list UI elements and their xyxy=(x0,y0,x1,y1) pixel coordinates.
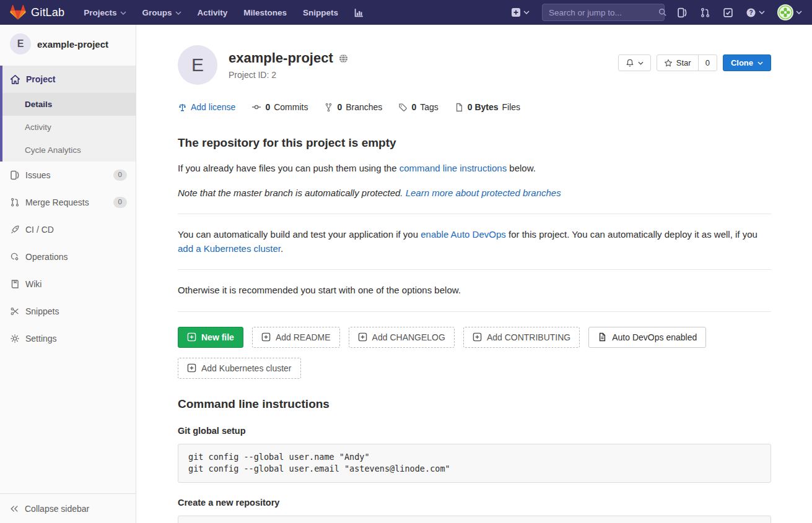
top-navbar: GitLab Projects Groups Activity Mileston… xyxy=(0,0,812,25)
gear-icon xyxy=(10,334,20,344)
sidebar-item-operations[interactable]: Operations xyxy=(0,243,136,270)
search-input[interactable] xyxy=(549,8,658,17)
sidebar-item-wiki[interactable]: Wiki xyxy=(0,270,136,298)
new-repo-code: git clone https://gitlab.docteamdemosite… xyxy=(178,516,771,523)
add-contributing-button[interactable]: Add CONTRIBUTING xyxy=(463,327,580,348)
sidebar-subitem-details[interactable]: Details xyxy=(2,93,136,116)
help-menu-button[interactable]: ? xyxy=(740,0,771,25)
plus-square-icon xyxy=(261,332,271,342)
nav-groups[interactable]: Groups xyxy=(136,0,188,25)
book-icon xyxy=(10,279,20,289)
plus-square-icon xyxy=(358,332,367,342)
protected-branch-note: Note that the master branch is automatic… xyxy=(178,186,771,201)
divider xyxy=(178,311,771,312)
brand-text: GitLab xyxy=(31,6,64,19)
scale-icon xyxy=(178,103,187,112)
user-avatar xyxy=(777,4,793,20)
quick-options-row: New file Add README Add CHANGELOG Add CO… xyxy=(178,327,771,379)
push-instructions-text: If you already have files you can push t… xyxy=(178,162,771,176)
auto-devops-enabled-button[interactable]: Auto DevOps enabled xyxy=(588,327,706,348)
nav-snippets[interactable]: Snippets xyxy=(296,0,345,25)
sidebar-item-issues[interactable]: Issues 0 xyxy=(0,162,136,189)
project-avatar-small: E xyxy=(10,33,31,54)
branches-stat[interactable]: 0Branches xyxy=(324,102,382,112)
git-setup-code: git config --global user.name "Andy" git… xyxy=(178,444,771,483)
divider xyxy=(178,214,771,214)
project-stats-row: Add license 0Commits 0Branches 0Tags xyxy=(178,102,771,112)
search-icon xyxy=(658,8,667,17)
bell-icon xyxy=(626,59,634,67)
scissors-icon xyxy=(10,306,20,316)
nav-milestones[interactable]: Milestones xyxy=(237,0,294,25)
git-setup-heading: Git global setup xyxy=(178,426,771,436)
issues-icon xyxy=(10,170,20,180)
project-title: example-project xyxy=(229,50,333,66)
nav-activity[interactable]: Activity xyxy=(191,0,235,25)
files-stat[interactable]: 0 BytesFiles xyxy=(455,102,520,112)
sidebar-item-project[interactable]: Project xyxy=(2,66,136,93)
sidebar-item-settings[interactable]: Settings xyxy=(0,325,136,352)
star-icon xyxy=(664,59,673,67)
star-button[interactable]: Star xyxy=(657,55,698,71)
sidebar-project-context[interactable]: E example-project xyxy=(0,25,136,66)
star-button-group: Star 0 xyxy=(657,54,717,71)
enable-auto-devops-link[interactable]: enable Auto DevOps xyxy=(421,229,506,240)
sidebar-item-snippets[interactable]: Snippets xyxy=(0,298,136,325)
auto-devops-text: You can automatically build and test you… xyxy=(178,228,771,256)
new-file-button[interactable]: New file xyxy=(178,327,243,348)
clone-button[interactable]: Clone xyxy=(723,54,771,71)
sidebar-project-name: example-project xyxy=(37,39,108,50)
issues-dashboard-icon[interactable] xyxy=(671,0,694,25)
sidebar-subitem-cycle-analytics[interactable]: Cycle Analytics xyxy=(2,139,136,162)
chevron-down-icon xyxy=(638,61,644,65)
plus-square-icon xyxy=(511,7,521,17)
plus-square-icon xyxy=(473,332,482,342)
chevron-down-icon xyxy=(175,11,181,15)
project-avatar-large: E xyxy=(178,45,217,85)
chevron-down-icon xyxy=(757,61,763,65)
add-kubernetes-cluster-link[interactable]: add a Kubernetes cluster xyxy=(178,243,281,254)
tags-stat[interactable]: 0Tags xyxy=(398,102,438,112)
sidebar-item-merge-requests[interactable]: Merge Requests 0 xyxy=(0,189,136,216)
divider xyxy=(178,269,771,270)
command-line-instructions-link[interactable]: command line instructions xyxy=(399,163,507,173)
add-readme-button[interactable]: Add README xyxy=(252,327,340,348)
operations-icon xyxy=(10,252,20,262)
add-changelog-button[interactable]: Add CHANGELOG xyxy=(349,327,455,348)
collapse-sidebar-button[interactable]: Collapse sidebar xyxy=(0,493,136,523)
protected-branches-link[interactable]: Learn more about protected branches xyxy=(406,188,561,198)
issues-count-badge: 0 xyxy=(113,170,127,181)
plus-square-icon xyxy=(187,363,196,373)
commit-icon xyxy=(251,102,261,112)
add-license-link[interactable]: Add license xyxy=(178,102,235,112)
sidebar-item-ci-cd[interactable]: CI / CD xyxy=(0,216,136,243)
instance-statistics-icon[interactable] xyxy=(347,0,370,25)
search-box[interactable] xyxy=(542,4,665,21)
todos-icon[interactable] xyxy=(717,0,740,25)
sidebar-subitem-activity[interactable]: Activity xyxy=(2,116,136,139)
commits-stat[interactable]: 0Commits xyxy=(251,102,308,112)
project-id: Project ID: 2 xyxy=(229,70,348,80)
otherwise-text: Otherwise it is recommended you start wi… xyxy=(178,283,771,298)
nav-projects[interactable]: Projects xyxy=(77,0,133,25)
empty-repo-heading: The repository for this project is empty xyxy=(178,136,771,150)
tanuki-icon xyxy=(10,4,26,20)
file-text-icon xyxy=(598,332,607,342)
help-icon: ? xyxy=(746,7,756,18)
user-menu-button[interactable] xyxy=(771,0,802,25)
tag-icon xyxy=(398,103,408,112)
notifications-dropdown[interactable] xyxy=(618,54,651,71)
home-icon xyxy=(10,74,20,85)
star-count[interactable]: 0 xyxy=(698,55,717,71)
merge-request-icon xyxy=(10,197,20,207)
add-kubernetes-cluster-button[interactable]: Add Kubernetes cluster xyxy=(178,358,301,379)
project-sidebar: E example-project Project Details Activi… xyxy=(0,25,136,523)
merge-requests-count-badge: 0 xyxy=(113,197,127,208)
chevron-down-icon xyxy=(523,11,530,14)
main-content: E example-project Project ID: 2 xyxy=(136,0,812,523)
sidebar-group-project: Project Details Activity Cycle Analytics xyxy=(0,66,136,162)
new-menu-button[interactable] xyxy=(505,0,536,25)
merge-requests-dashboard-icon[interactable] xyxy=(694,0,717,25)
gitlab-logo[interactable]: GitLab xyxy=(10,4,64,20)
branch-icon xyxy=(324,103,333,112)
